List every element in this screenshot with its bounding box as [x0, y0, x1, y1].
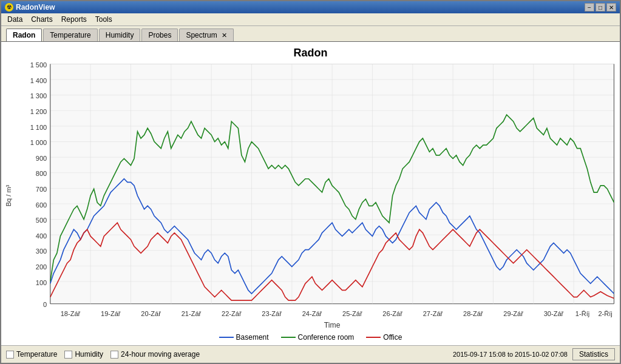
- svg-text:1-Říj: 1-Říj: [575, 310, 589, 317]
- svg-text:600: 600: [36, 201, 47, 208]
- svg-text:1 400: 1 400: [30, 77, 47, 84]
- chart-container: 1 500 1 400 1 300 1 200 1 100 1 000 900 …: [13, 61, 617, 331]
- legend-basement: Basement: [219, 333, 269, 342]
- tab-temperature[interactable]: Temperature: [43, 29, 97, 41]
- legend-basement-line: [219, 337, 234, 338]
- svg-text:200: 200: [36, 263, 47, 271]
- svg-text:26-Zář: 26-Zář: [382, 310, 402, 317]
- legend-conference-line: [281, 337, 296, 338]
- y-axis-label: Bq / m³: [4, 61, 13, 331]
- svg-text:100: 100: [36, 278, 47, 286]
- svg-text:18-Zář: 18-Zář: [61, 310, 81, 317]
- svg-text:800: 800: [36, 170, 47, 177]
- chart-title: Radon: [4, 47, 617, 59]
- chart-svg: 1 500 1 400 1 300 1 200 1 100 1 000 900 …: [13, 61, 617, 331]
- svg-text:2-Říj: 2-Říj: [598, 310, 612, 317]
- tab-probes[interactable]: Probes: [141, 29, 178, 41]
- tab-spectrum[interactable]: Spectrum ✕: [179, 29, 234, 41]
- svg-text:24-Zář: 24-Zář: [302, 310, 322, 317]
- title-bar: ☢ RadonView − □ ✕: [1, 1, 620, 13]
- menu-reports[interactable]: Reports: [58, 15, 90, 24]
- menu-bar: Data Charts Reports Tools: [1, 13, 620, 26]
- svg-text:25-Zář: 25-Zář: [342, 310, 362, 317]
- tab-close-icon[interactable]: ✕: [222, 32, 227, 39]
- window-controls: − □ ✕: [585, 3, 616, 12]
- svg-text:19-Zář: 19-Zář: [101, 310, 121, 317]
- close-button[interactable]: ✕: [606, 3, 616, 12]
- svg-text:30-Zář: 30-Zář: [544, 310, 564, 317]
- svg-text:28-Zář: 28-Zář: [463, 310, 483, 317]
- date-range: 2015-09-17 15:08 to 2015-10-02 07:08: [453, 351, 568, 358]
- statistics-button[interactable]: Statistics: [572, 348, 615, 360]
- legend-conference: Conference room: [281, 333, 355, 342]
- checkbox-24hr-label: 24-hour moving average: [121, 350, 200, 359]
- svg-text:21-Zář: 21-Zář: [182, 310, 202, 317]
- title-bar-left: ☢ RadonView: [5, 3, 55, 12]
- app-icon: ☢: [5, 3, 13, 12]
- chart-area: Bq / m³: [4, 61, 617, 331]
- legend-area: Basement Conference room Office: [4, 331, 617, 343]
- legend-office-label: Office: [383, 333, 402, 342]
- menu-data[interactable]: Data: [4, 15, 26, 24]
- checkbox-humidity-box[interactable]: [64, 351, 72, 359]
- bottom-bar: Temperature Humidity 24-hour moving aver…: [1, 345, 620, 363]
- svg-text:0: 0: [43, 301, 47, 308]
- checkbox-humidity-label: Humidity: [75, 350, 103, 359]
- checkbox-24hr[interactable]: 24-hour moving average: [110, 350, 200, 359]
- checkbox-temperature-label: Temperature: [16, 350, 57, 359]
- main-window: ☢ RadonView − □ ✕ Data Charts Reports To…: [0, 0, 621, 364]
- svg-text:1 500: 1 500: [30, 61, 47, 69]
- svg-text:20-Zář: 20-Zář: [141, 310, 161, 317]
- legend-office: Office: [366, 333, 402, 342]
- svg-text:23-Zář: 23-Zář: [262, 310, 282, 317]
- svg-text:1 200: 1 200: [30, 108, 47, 115]
- tab-radon[interactable]: Radon: [6, 29, 42, 41]
- checkbox-temperature-box[interactable]: [6, 351, 14, 359]
- menu-charts[interactable]: Charts: [27, 15, 56, 24]
- checkbox-humidity[interactable]: Humidity: [64, 350, 103, 359]
- tabs-bar: Radon Temperature Humidity Probes Spectr…: [1, 26, 620, 41]
- legend-office-line: [366, 337, 381, 338]
- svg-text:Time: Time: [324, 321, 341, 329]
- maximize-button[interactable]: □: [596, 3, 605, 12]
- svg-text:1 100: 1 100: [30, 123, 47, 130]
- main-content: Radon Bq / m³: [1, 41, 620, 345]
- svg-text:700: 700: [36, 186, 47, 193]
- svg-text:300: 300: [36, 248, 47, 255]
- svg-text:29-Zář: 29-Zář: [503, 310, 523, 317]
- minimize-button[interactable]: −: [585, 3, 594, 12]
- svg-text:500: 500: [36, 217, 47, 224]
- svg-text:1 300: 1 300: [30, 92, 47, 99]
- legend-conference-label: Conference room: [298, 333, 355, 342]
- checkbox-24hr-box[interactable]: [110, 351, 118, 359]
- menu-tools[interactable]: Tools: [92, 15, 116, 24]
- checkbox-temperature[interactable]: Temperature: [6, 350, 57, 359]
- legend-basement-label: Basement: [236, 333, 269, 342]
- svg-text:900: 900: [36, 155, 47, 162]
- bottom-checkboxes: Temperature Humidity 24-hour moving aver…: [6, 350, 200, 359]
- svg-text:27-Zář: 27-Zář: [423, 310, 443, 317]
- bottom-info: 2015-09-17 15:08 to 2015-10-02 07:08 Sta…: [453, 348, 615, 360]
- svg-text:22-Zář: 22-Zář: [222, 310, 242, 317]
- tab-humidity[interactable]: Humidity: [99, 29, 141, 41]
- svg-text:1 000: 1 000: [30, 139, 47, 146]
- window-title: RadonView: [16, 3, 55, 12]
- svg-text:400: 400: [36, 232, 47, 240]
